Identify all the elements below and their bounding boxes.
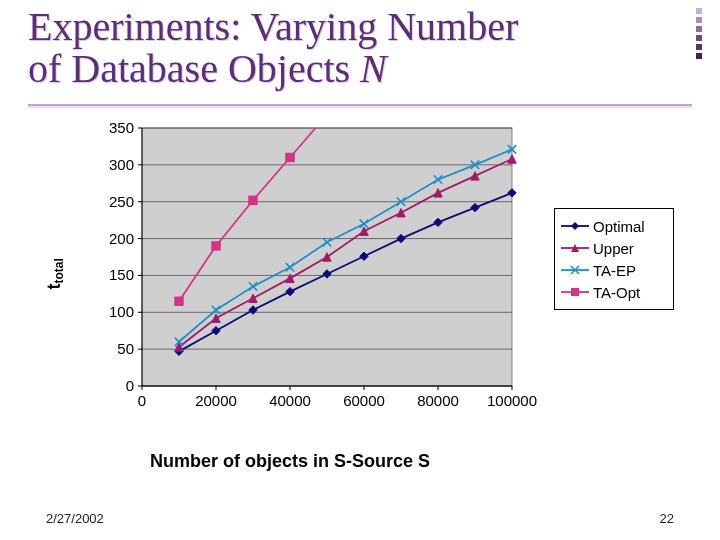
x-axis-label: Number of objects in S-Source S: [46, 451, 534, 472]
legend-swatch: [561, 285, 589, 299]
footer-page: 22: [660, 511, 674, 526]
title-line2: of Database Objects: [28, 46, 360, 91]
svg-rect-61: [249, 196, 257, 204]
legend-label: Upper: [593, 240, 634, 257]
svg-text:0: 0: [126, 377, 134, 394]
legend-item-ta-opt: TA-Opt: [561, 281, 667, 303]
svg-rect-62: [286, 153, 294, 161]
footer-date: 2/27/2002: [46, 511, 104, 526]
svg-text:20000: 20000: [195, 392, 237, 409]
svg-rect-69: [571, 288, 579, 296]
svg-text:350: 350: [109, 119, 134, 136]
title-line1: Experiments: Varying Number: [28, 4, 518, 49]
legend-item-upper: Upper: [561, 237, 667, 259]
legend: OptimalUpperTA-EPTA-Opt: [554, 208, 674, 310]
svg-text:80000: 80000: [417, 392, 459, 409]
title-underline: [28, 104, 692, 106]
legend-label: TA-EP: [593, 262, 636, 279]
svg-text:150: 150: [109, 266, 134, 283]
svg-text:100000: 100000: [487, 392, 537, 409]
decorative-dots: [696, 8, 702, 94]
legend-label: Optimal: [593, 218, 645, 235]
svg-text:0: 0: [138, 392, 146, 409]
plot-svg: 0501001502002503003500200004000060000800…: [94, 118, 524, 418]
legend-swatch: [561, 219, 589, 233]
legend-swatch: [561, 263, 589, 277]
svg-text:50: 50: [117, 340, 134, 357]
svg-text:200: 200: [109, 230, 134, 247]
svg-rect-59: [175, 297, 183, 305]
page-title: Experiments: Varying Number of Database …: [28, 6, 680, 90]
svg-text:60000: 60000: [343, 392, 385, 409]
legend-label: TA-Opt: [593, 284, 640, 301]
svg-rect-60: [212, 242, 220, 250]
legend-swatch: [561, 241, 589, 255]
svg-text:40000: 40000: [269, 392, 311, 409]
legend-item-ta-ep: TA-EP: [561, 259, 667, 281]
svg-text:300: 300: [109, 156, 134, 173]
svg-text:100: 100: [109, 303, 134, 320]
legend-item-optimal: Optimal: [561, 215, 667, 237]
y-axis-label: ttotal: [44, 258, 65, 289]
title-ital: N: [360, 46, 387, 91]
svg-text:250: 250: [109, 193, 134, 210]
chart: ttotal 050100150200250300350020000400006…: [46, 118, 674, 468]
